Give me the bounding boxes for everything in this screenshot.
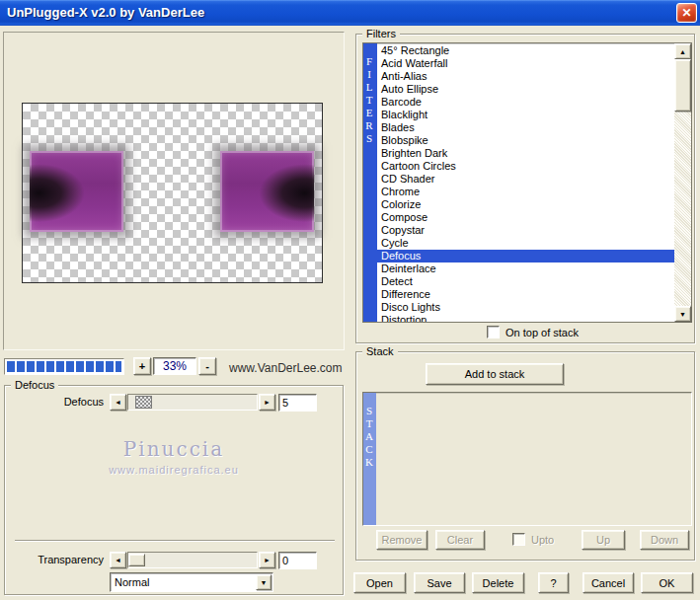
filter-list-item[interactable]: Anti-Alias — [377, 70, 674, 83]
scroll-up-button[interactable]: ▲ — [674, 43, 691, 59]
filter-list-item[interactable]: Blacklight — [377, 109, 674, 121]
filter-list-item[interactable]: Detect — [377, 275, 674, 288]
filter-list-item[interactable]: 45° Rectangle — [377, 44, 674, 57]
down-button[interactable]: Down — [640, 530, 689, 550]
chevron-down-icon: ▼ — [261, 579, 268, 586]
filter-list-item[interactable]: Copystar — [377, 224, 674, 237]
filter-list-item[interactable]: Deinterlace — [377, 262, 674, 275]
filter-list-item[interactable]: Cartoon Circles — [377, 160, 674, 173]
combo-dropdown-button[interactable]: ▼ — [256, 574, 272, 590]
zoom-out-button[interactable]: - — [198, 357, 216, 375]
transparency-label: Transparency — [15, 554, 104, 566]
preview-panel — [3, 32, 345, 350]
arrow-right-icon: ► — [264, 557, 271, 563]
stack-vertical-label: STACK — [363, 393, 376, 525]
preview-shape-right — [220, 151, 314, 232]
filter-list-item[interactable]: Disco Lights — [377, 301, 674, 314]
defocus-group: Defocus Defocus ◄ ► Pinuccia www.maidire… — [4, 385, 344, 595]
defocus-value-input[interactable] — [278, 394, 317, 412]
filters-list: 45° RectangleAcid WaterfallAnti-AliasAut… — [377, 44, 674, 322]
save-button[interactable]: Save — [414, 572, 465, 593]
defocus-slider-label: Defocus — [33, 396, 104, 409]
preview-image[interactable] — [22, 103, 323, 283]
close-button[interactable]: ✕ — [676, 3, 697, 23]
titlebar[interactable]: UnPlugged-X v2.0 by VanDerLee ✕ — [0, 0, 700, 26]
watermark-title: Pinuccia — [5, 437, 343, 461]
defocus-increment-button[interactable]: ► — [259, 394, 275, 411]
defocus-slider-thumb[interactable] — [135, 396, 152, 409]
filters-scrollbar[interactable]: ▲ ▼ — [674, 43, 691, 322]
filters-vertical-label: FILTERS — [363, 43, 377, 322]
ok-button[interactable]: OK — [641, 572, 693, 593]
filter-list-item[interactable]: CD Shader — [377, 173, 674, 186]
stack-group: Stack Add to stack STACK Remove Clear Up… — [355, 351, 695, 561]
open-button[interactable]: Open — [353, 572, 406, 593]
zoom-in-button[interactable]: + — [133, 357, 151, 375]
arrow-right-icon: ► — [264, 399, 271, 406]
transparency-slider-track[interactable] — [127, 552, 258, 568]
filter-list-item[interactable]: Compose — [377, 211, 674, 224]
stack-group-legend: Stack — [362, 345, 398, 357]
filters-group: Filters FILTERS 45° RectangleAcid Waterf… — [355, 34, 695, 343]
scroll-down-button[interactable]: ▼ — [674, 306, 691, 322]
defocus-slider-track[interactable] — [127, 394, 258, 411]
filter-list-item[interactable]: Auto Ellipse — [377, 83, 674, 96]
watermark-url: www.maidiregrafica.eu — [5, 464, 343, 476]
filters-group-legend: Filters — [362, 28, 400, 39]
upto-checkbox[interactable] — [512, 533, 525, 546]
add-to-stack-button[interactable]: Add to stack — [426, 363, 564, 385]
filters-listbox: FILTERS 45° RectangleAcid WaterfallAnti-… — [362, 42, 692, 323]
preview-shape-left — [30, 151, 123, 232]
filter-list-item[interactable]: Colorize — [377, 198, 674, 211]
watermark: Pinuccia www.maidiregrafica.eu — [5, 437, 343, 476]
cancel-button[interactable]: Cancel — [583, 572, 634, 593]
scrollbar-thumb[interactable] — [674, 59, 691, 112]
close-icon: ✕ — [681, 6, 691, 20]
transparency-decrement-button[interactable]: ◄ — [110, 552, 126, 568]
filter-list-item[interactable]: Defocus — [377, 250, 674, 262]
filter-list-item[interactable]: Chrome — [377, 186, 674, 198]
transparency-increment-button[interactable]: ► — [259, 552, 275, 568]
divider — [15, 540, 335, 542]
transparency-value-input[interactable] — [278, 552, 317, 569]
render-progress-bar — [4, 358, 124, 375]
vendor-website-label: www.VanDerLee.com — [229, 361, 343, 375]
up-button[interactable]: Up — [582, 530, 625, 550]
on-top-of-stack-checkbox[interactable] — [487, 326, 500, 338]
filter-list-item[interactable]: Brighten Dark — [377, 147, 674, 160]
remove-button[interactable]: Remove — [376, 530, 428, 550]
zoom-level-display: 33% — [153, 357, 196, 375]
stack-list: STACK — [362, 392, 692, 526]
defocus-decrement-button[interactable]: ◄ — [110, 394, 126, 411]
arrow-left-icon: ◄ — [115, 399, 121, 406]
upto-label: Upto — [531, 534, 554, 547]
arrow-left-icon: ◄ — [115, 557, 121, 563]
filter-list-item[interactable]: Cycle — [377, 237, 674, 250]
filter-list-item[interactable]: Difference — [377, 288, 674, 301]
arrow-up-icon: ▲ — [679, 48, 686, 55]
filter-list-item[interactable]: Blades — [377, 121, 674, 134]
filter-list-item[interactable]: Distortion — [377, 314, 674, 322]
clear-button[interactable]: Clear — [435, 530, 485, 550]
transparency-slider-thumb[interactable] — [128, 554, 145, 566]
filter-list-item[interactable]: Barcode — [377, 96, 674, 109]
delete-button[interactable]: Delete — [472, 572, 524, 593]
defocus-group-legend: Defocus — [11, 379, 58, 391]
filter-list-item[interactable]: Blobspike — [377, 134, 674, 147]
plugin-dialog: UnPlugged-X v2.0 by VanDerLee ✕ + 33% - … — [0, 0, 700, 600]
progress-fill — [7, 361, 121, 372]
arrow-down-icon: ▼ — [679, 311, 686, 318]
blend-mode-select[interactable]: Normal ▼ — [110, 572, 273, 592]
help-button[interactable]: ? — [538, 572, 569, 593]
filter-list-item[interactable]: Acid Waterfall — [377, 57, 674, 70]
window-title: UnPlugged-X v2.0 by VanDerLee — [7, 5, 204, 20]
on-top-of-stack-label: On top of stack — [506, 327, 579, 339]
blend-mode-value: Normal — [115, 576, 149, 588]
